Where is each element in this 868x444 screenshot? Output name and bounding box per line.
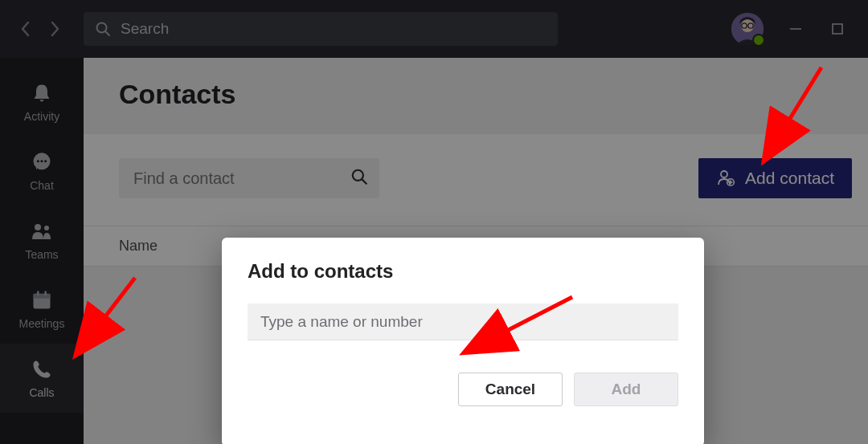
svg-point-18 <box>353 170 363 181</box>
svg-rect-7 <box>833 24 842 34</box>
maximize-button[interactable] <box>828 19 847 39</box>
calendar-icon <box>31 289 53 312</box>
rail-label: Teams <box>25 248 58 261</box>
chevron-right-icon <box>48 19 61 39</box>
maximize-icon <box>831 22 844 35</box>
svg-point-10 <box>40 160 43 162</box>
search-icon <box>350 168 368 189</box>
chevron-left-icon <box>19 19 32 39</box>
rail-item-meetings[interactable]: Meetings <box>0 275 84 344</box>
phone-icon <box>31 358 53 381</box>
bell-icon <box>31 82 53 104</box>
contact-name-input[interactable] <box>248 303 678 340</box>
column-name: Name <box>119 238 158 254</box>
svg-point-12 <box>35 224 41 230</box>
add-person-icon <box>716 169 735 188</box>
find-contact-wrap <box>119 158 379 198</box>
back-button[interactable] <box>16 19 35 39</box>
window-controls <box>786 19 847 39</box>
minimize-icon <box>789 22 802 35</box>
search-icon <box>95 21 111 37</box>
global-search[interactable]: Search <box>84 12 558 46</box>
app-rail: Activity Chat Teams Meetings Calls <box>0 58 84 444</box>
rail-label: Activity <box>24 110 59 123</box>
svg-point-13 <box>44 226 49 230</box>
add-button[interactable]: Add <box>574 373 678 406</box>
minimize-button[interactable] <box>786 19 805 39</box>
svg-point-9 <box>37 160 39 162</box>
nav-arrows <box>16 19 64 39</box>
search-placeholder: Search <box>121 20 169 38</box>
rail-item-calls[interactable]: Calls <box>0 344 84 413</box>
presence-available-icon <box>752 34 765 47</box>
add-contact-label: Add contact <box>745 169 834 188</box>
svg-rect-15 <box>34 294 51 299</box>
svg-point-3 <box>741 19 754 32</box>
add-contact-button[interactable]: Add contact <box>698 158 852 198</box>
rail-item-teams[interactable]: Teams <box>0 206 84 275</box>
find-contact-input[interactable] <box>119 158 379 198</box>
rail-label: Calls <box>29 386 54 399</box>
rail-item-activity[interactable]: Activity <box>0 67 84 136</box>
rail-label: Chat <box>30 179 54 192</box>
svg-rect-17 <box>45 291 47 295</box>
forward-button[interactable] <box>45 19 64 39</box>
dialog-title: Add to contacts <box>248 260 678 283</box>
svg-rect-16 <box>37 291 39 295</box>
svg-point-0 <box>97 23 107 33</box>
teams-icon <box>30 220 54 242</box>
cancel-button[interactable]: Cancel <box>458 373 563 406</box>
title-bar: Search <box>0 0 868 58</box>
svg-line-1 <box>106 32 110 36</box>
svg-line-19 <box>362 180 366 184</box>
rail-label: Meetings <box>19 317 65 330</box>
page-title: Contacts <box>119 79 868 110</box>
chat-icon <box>31 151 53 173</box>
rail-item-chat[interactable]: Chat <box>0 136 84 206</box>
add-contact-dialog: Add to contacts Cancel Add <box>222 238 704 444</box>
svg-point-20 <box>721 171 727 177</box>
user-avatar[interactable] <box>731 13 764 45</box>
svg-point-11 <box>44 160 47 162</box>
